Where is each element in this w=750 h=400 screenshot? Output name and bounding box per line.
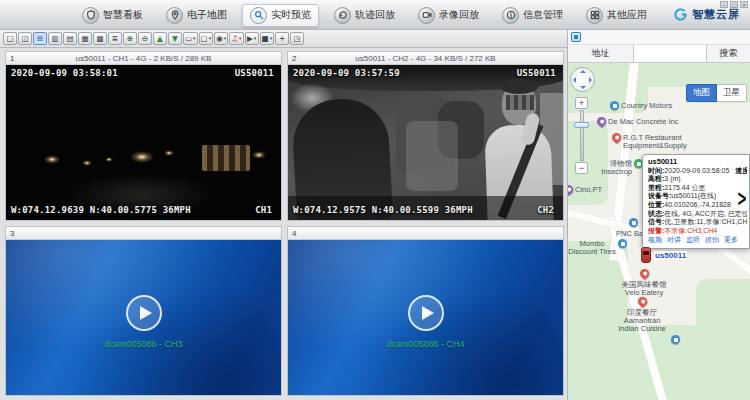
- tab-other-apps[interactable]: 其他应用: [578, 4, 655, 27]
- aspect-ratio-dropdown[interactable]: ▭▾: [183, 32, 198, 45]
- panel-header: 1 us50011 - CH1 - 4G - 2 KB/S / 289 KB: [6, 52, 281, 65]
- info-icon: [502, 7, 519, 24]
- restore-icon[interactable]: ▢: [730, 1, 738, 8]
- layout-single-button[interactable]: □: [3, 32, 17, 45]
- vehicle-label[interactable]: us50011: [654, 251, 687, 260]
- poi-label: 美国风味餐馆Velo Eatery: [606, 280, 682, 297]
- video-feed-ch1[interactable]: 2020-09-09 03:58:01 US50011 W:074.12.963…: [6, 65, 281, 220]
- display-mode-dropdown[interactable]: ▢▾: [199, 32, 214, 45]
- channel-overlay: CH1: [255, 205, 272, 215]
- zoom-out-button[interactable]: ⊖: [138, 32, 152, 45]
- play-button[interactable]: [126, 295, 162, 331]
- snapshot-dropdown[interactable]: ◉▾: [214, 32, 228, 45]
- nav-tabs: 智慧看板 电子地图 实时预览 轨迹回放 录像回放 信息管理: [74, 2, 655, 28]
- tab-track-playback[interactable]: 轨迹回放: [326, 4, 403, 27]
- scene-light: [82, 160, 92, 166]
- driver-hair: [500, 79, 538, 94]
- vehicle-marker[interactable]: [641, 247, 651, 263]
- layout-eight-button[interactable]: ▤: [63, 32, 77, 45]
- map-pin-icon[interactable]: [636, 295, 649, 308]
- map-pan-control[interactable]: [570, 67, 595, 92]
- map-pin-icon[interactable]: [568, 183, 575, 196]
- video-feed-ch3[interactable]: dcam005086 - CH3: [6, 240, 281, 395]
- map-pin-icon[interactable]: [618, 239, 627, 248]
- layout-six-icon: ▥: [51, 33, 58, 44]
- layout-single-icon: □: [6, 33, 13, 44]
- fullscreen-button[interactable]: ◳: [290, 32, 304, 45]
- map-mode-button[interactable]: 地图: [686, 84, 717, 102]
- pan-left-icon[interactable]: [573, 77, 576, 83]
- map-pin-icon[interactable]: [595, 115, 608, 128]
- page-down-button[interactable]: ▼: [168, 32, 182, 45]
- chevron-down-icon: ▾: [193, 33, 196, 44]
- pan-up-icon[interactable]: [580, 70, 586, 73]
- panel-header: 3: [6, 227, 281, 240]
- poi-velo-eatery: 美国风味餐馆Velo Eatery: [606, 269, 682, 297]
- address-search-bar: 地址 搜索: [568, 45, 750, 63]
- layout-nine-button[interactable]: ▦: [78, 32, 92, 45]
- bus-stop-icon[interactable]: [671, 335, 680, 344]
- search-button[interactable]: 搜索: [706, 45, 750, 62]
- video-feed-ch2[interactable]: 2020-09-09 03:57:59 US50011 W:074.12.957…: [288, 65, 563, 220]
- scene-building: [202, 145, 250, 171]
- zoom-slider-track[interactable]: [580, 110, 584, 161]
- add-window-button[interactable]: +: [275, 32, 289, 45]
- tab-live-preview[interactable]: 实时预览: [242, 4, 319, 27]
- video-link[interactable]: 视频: [648, 236, 662, 245]
- video-grid: 1 us50011 - CH1 - 4G - 2 KB/S / 289 KB 2…: [5, 51, 564, 396]
- layout-list-button[interactable]: ≣: [108, 32, 122, 45]
- poi-country-motors: Country Motors: [610, 101, 672, 110]
- map-zoom-in-button[interactable]: +: [575, 97, 588, 109]
- audio-icon: ♫: [231, 33, 238, 44]
- panel-toggle-icon[interactable]: [571, 32, 581, 42]
- listen-link[interactable]: 监听: [686, 236, 700, 245]
- map-pin-icon[interactable]: [638, 267, 651, 280]
- map-pin-icon[interactable]: [610, 131, 623, 144]
- play-all-dropdown[interactable]: ▶▾: [245, 32, 259, 45]
- audio-mute-dropdown[interactable]: ♫▾: [229, 32, 243, 45]
- map-view[interactable]: + − 地图 卫星 Country Motors De Mac Concrete…: [568, 63, 750, 400]
- video-feed-ch4[interactable]: dcam005086 - CH4: [288, 240, 563, 395]
- chevron-down-icon: ▾: [224, 33, 227, 44]
- tab-label: 智慧看板: [103, 8, 143, 22]
- play-triangle-icon: [422, 306, 434, 320]
- zoom-in-button[interactable]: ⊕: [123, 32, 137, 45]
- tab-label: 电子地图: [187, 8, 227, 22]
- play-button[interactable]: [408, 295, 444, 331]
- scene-shape: [47, 271, 281, 395]
- address-label: 地址: [568, 45, 634, 62]
- intercom-link[interactable]: 对讲: [667, 236, 681, 245]
- pan-right-icon[interactable]: [589, 77, 592, 83]
- panel-number: 2: [292, 54, 296, 63]
- bubble-actions: 视频 对讲 监听 抓拍 更多: [648, 236, 747, 245]
- tab-info-management[interactable]: 信息管理: [494, 4, 571, 27]
- minimize-icon[interactable]: –: [720, 1, 728, 8]
- map-zoom-out-button[interactable]: −: [575, 162, 588, 174]
- pan-down-icon[interactable]: [580, 86, 586, 89]
- stop-all-dropdown[interactable]: ■▾: [260, 32, 275, 45]
- tab-emap[interactable]: 电子地图: [158, 4, 235, 27]
- tab-dashboard[interactable]: 智慧看板: [74, 4, 151, 27]
- page-up-button[interactable]: ▲: [153, 32, 167, 45]
- info-row-signal: 信号:优,卫星数:11,录像:CH1,CH2: [648, 218, 747, 227]
- tab-video-playback[interactable]: 录像回放: [410, 4, 487, 27]
- zoom-slider-handle[interactable]: [574, 122, 589, 128]
- map-pin-icon[interactable]: [610, 101, 619, 110]
- map-pin-icon[interactable]: [629, 218, 638, 227]
- bubble-next-arrow[interactable]: >: [737, 191, 747, 207]
- snapshot-icon: ◉: [216, 33, 223, 44]
- logo-swirl-icon: [673, 7, 688, 22]
- address-input[interactable]: [634, 45, 706, 62]
- snapshot-link[interactable]: 抓拍: [705, 236, 719, 245]
- video-panel-1: 1 us50011 - CH1 - 4G - 2 KB/S / 289 KB 2…: [5, 51, 282, 221]
- close-icon[interactable]: ✕: [740, 1, 748, 8]
- satellite-mode-button[interactable]: 卫星: [717, 84, 747, 102]
- layout-quad-button[interactable]: ⊞: [33, 32, 47, 45]
- plus-icon: +: [279, 33, 285, 44]
- panel-header: 2 us50011 - CH2 - 4G - 34 KB/S / 272 KB: [288, 52, 563, 65]
- more-link[interactable]: 更多: [724, 236, 738, 245]
- gps-overlay: W:074.12.9639 N:40.00.5775 36MPH: [11, 205, 191, 215]
- layout-two-button[interactable]: ◫: [18, 32, 32, 45]
- layout-six-button[interactable]: ▥: [48, 32, 62, 45]
- layout-sixteen-button[interactable]: ▩: [93, 32, 107, 45]
